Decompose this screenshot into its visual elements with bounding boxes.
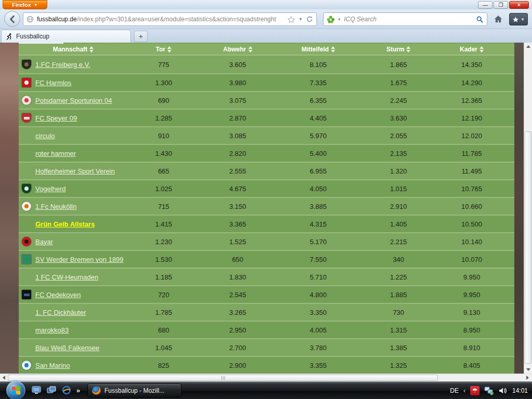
team-link[interactable]: San Marino — [35, 362, 70, 369]
column-header-sturm[interactable]: Sturm — [361, 46, 436, 53]
column-header-abwehr[interactable]: Abwehr — [200, 46, 276, 53]
team-link[interactable]: 1.Fc Neukölln — [35, 203, 76, 210]
table-body: 1.FC Freiberg e.V.7753.6058.1051.86514.3… — [19, 56, 514, 374]
back-button[interactable] — [4, 11, 20, 27]
stat-kader: 10.660 — [436, 203, 507, 210]
table-row: SV Werder Bremen von 18991.5306507.55034… — [19, 250, 514, 268]
home-button[interactable] — [491, 12, 505, 26]
search-box[interactable]: ▼ ICQ Search — [323, 12, 487, 26]
stat-tor: 1.025 — [128, 185, 200, 193]
team-link[interactable]: 1 FC CW-Heumaden — [35, 273, 98, 281]
url-dropdown-icon[interactable]: ▼ — [298, 17, 303, 22]
team-link[interactable]: FC Oedekoven — [35, 291, 81, 299]
close-button[interactable]: × — [509, 1, 529, 9]
team-link[interactable]: 1. FC Dickhäuter — [35, 309, 86, 316]
sort-icon[interactable] — [331, 46, 335, 52]
search-magnifier-icon[interactable] — [476, 16, 484, 23]
team-link[interactable]: SV Werder Bremen von 1899 — [35, 256, 124, 263]
taskbar-window-title: Fussballcup - Mozill... — [104, 387, 164, 394]
horizontal-scrollbar[interactable] — [0, 374, 532, 381]
search-input[interactable]: ICQ Search — [344, 16, 473, 23]
team-name-cell: roter hammer — [32, 150, 128, 157]
taskbar-clock[interactable]: 14:01 — [512, 387, 528, 394]
team-crest-icon — [22, 202, 31, 211]
team-crest-cell — [19, 96, 32, 105]
start-button[interactable] — [6, 381, 25, 399]
stat-abwehr: 2.900 — [200, 362, 276, 369]
team-link[interactable]: marokko83 — [35, 326, 69, 334]
team-link[interactable]: Hoffenheimer Sport Verein — [35, 167, 115, 175]
language-indicator[interactable]: DE — [450, 387, 459, 394]
stat-tor: 825 — [128, 362, 200, 369]
sort-icon[interactable] — [248, 46, 252, 52]
team-crest-icon — [22, 96, 31, 105]
maximize-button[interactable]: ❐ — [494, 1, 508, 9]
sort-icon[interactable] — [480, 46, 484, 52]
column-header-tor[interactable]: Tor — [128, 46, 200, 53]
team-crest-cell — [19, 255, 32, 264]
search-engine-dropdown-icon[interactable]: ▼ — [337, 17, 341, 22]
team-crest-icon — [22, 237, 31, 246]
firefox-icon — [92, 386, 101, 395]
stat-abwehr: 3.075 — [200, 97, 276, 104]
sort-icon[interactable] — [89, 46, 94, 52]
column-header-mittelfeld[interactable]: Mittelfeld — [276, 46, 361, 53]
new-tab-button[interactable]: + — [134, 31, 148, 42]
quick-launch: » — [31, 385, 80, 395]
scroll-down-button[interactable] — [524, 366, 532, 374]
team-name-cell: marokko83 — [32, 326, 128, 334]
scroll-right-button[interactable] — [524, 374, 531, 381]
url-bar[interactable]: fussballcup.de/index.php?w=301&area=user… — [23, 12, 317, 26]
internet-explorer-icon[interactable] — [61, 385, 72, 395]
team-link[interactable]: roter hammer — [35, 150, 76, 157]
volume-icon[interactable] — [499, 387, 508, 395]
table-row: Potsdamer Sportunion 046903.0756.3552.24… — [19, 91, 514, 109]
table-row: 1.FC Freiberg e.V.7753.6058.1051.86514.3… — [19, 56, 514, 73]
team-link-own-team[interactable]: Grün Gelb Allstars — [35, 220, 95, 228]
back-arrow-icon — [8, 15, 17, 23]
network-icon[interactable] — [484, 387, 494, 395]
column-header-kader[interactable]: Kader — [436, 46, 507, 53]
quick-launch-overflow-chevron[interactable]: » — [76, 387, 80, 394]
team-link[interactable]: 1.FC Freiberg e.V. — [35, 61, 90, 69]
show-desktop-icon[interactable] — [31, 385, 42, 395]
sort-icon[interactable] — [406, 46, 410, 52]
stat-sturm: 1.885 — [361, 291, 436, 299]
stat-kader: 9.130 — [436, 309, 507, 316]
vertical-scrollbar[interactable] — [524, 43, 532, 374]
vertical-scrollbar-thumb[interactable] — [525, 131, 531, 364]
sort-icon[interactable] — [167, 46, 171, 52]
taskbar-window-button[interactable]: Fussballcup - Mozill... — [87, 383, 182, 397]
team-link[interactable]: Bayar — [35, 238, 53, 246]
team-link[interactable]: Vogelherd — [35, 185, 66, 193]
table-row: FC Oedekoven7202.5454.8001.8859.950 — [19, 285, 514, 303]
bookmark-star-icon[interactable] — [287, 16, 295, 23]
minimize-button[interactable]: — — [478, 1, 493, 9]
tab-fussballcup[interactable]: Fussballcup — [1, 30, 131, 43]
team-link[interactable]: circulo — [35, 132, 55, 140]
avira-antivirus-icon[interactable]: ☂ — [470, 386, 480, 395]
team-link[interactable]: Potsdamer Sportunion 04 — [35, 97, 112, 104]
team-crest-detail — [24, 62, 29, 66]
table-row: circulo9103.0855.9702.05512.020 — [19, 126, 514, 144]
reload-icon[interactable] — [306, 16, 313, 23]
bookmarks-menu-button[interactable]: ▼ — [509, 13, 528, 25]
team-name-cell: FC Speyer 09 — [32, 114, 128, 122]
horizontal-scrollbar-thumb[interactable] — [8, 375, 438, 381]
stat-mittelfeld: 7.550 — [276, 256, 361, 263]
table-row: Bayar1.2301.5255.1702.21510.140 — [19, 232, 514, 250]
team-crest-detail — [24, 363, 29, 367]
team-link[interactable]: FC Speyer 09 — [35, 114, 77, 122]
tray-collapse-chevron[interactable]: ‹ — [463, 387, 466, 394]
column-header-mannschaft[interactable]: Mannschaft — [19, 46, 128, 53]
team-crest-detail — [24, 294, 30, 296]
stat-abwehr: 3.365 — [200, 220, 276, 228]
scroll-left-button[interactable] — [0, 374, 8, 381]
switch-windows-icon[interactable] — [46, 385, 57, 395]
team-link[interactable]: Blau Weiß Falkensee — [35, 344, 99, 352]
stat-mittelfeld: 6.355 — [276, 97, 361, 104]
stat-mittelfeld: 7.335 — [276, 79, 361, 87]
team-link[interactable]: FC Harmlos — [35, 79, 71, 87]
scroll-up-button[interactable] — [524, 43, 532, 50]
firefox-menu-button[interactable]: Firefox ▼ — [3, 0, 47, 9]
